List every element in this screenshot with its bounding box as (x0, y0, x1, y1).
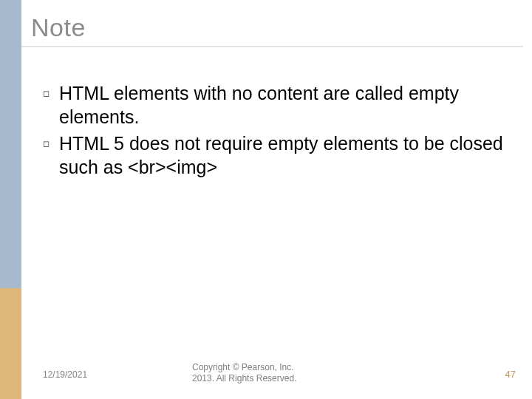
footer-copyright-line2: 2013. All Rights Reserved. (192, 373, 296, 383)
footer-copyright: Copyright © Pearson, Inc. 2013. All Righ… (192, 362, 340, 384)
slide-title: Note (31, 13, 86, 42)
title-underline (21, 46, 523, 47)
footer-date: 12/19/2021 (43, 369, 87, 380)
footer-copyright-line1: Copyright © Pearson, Inc. (192, 362, 294, 372)
content-area: ◻ HTML elements with no content are call… (43, 81, 510, 182)
bullet-marker-icon: ◻ (43, 132, 59, 149)
sidebar-accent-top (0, 0, 21, 288)
bullet-text: HTML 5 does not require empty elements t… (59, 132, 510, 179)
bullet-item: ◻ HTML elements with no content are call… (43, 81, 510, 129)
slide: Note ◻ HTML elements with no content are… (0, 0, 532, 399)
sidebar-accent-bottom (0, 288, 21, 399)
bullet-text: HTML elements with no content are called… (59, 81, 510, 129)
bullet-item: ◻ HTML 5 does not require empty elements… (43, 132, 510, 179)
bullet-marker-icon: ◻ (43, 81, 59, 98)
footer-page-number: 47 (505, 369, 516, 380)
